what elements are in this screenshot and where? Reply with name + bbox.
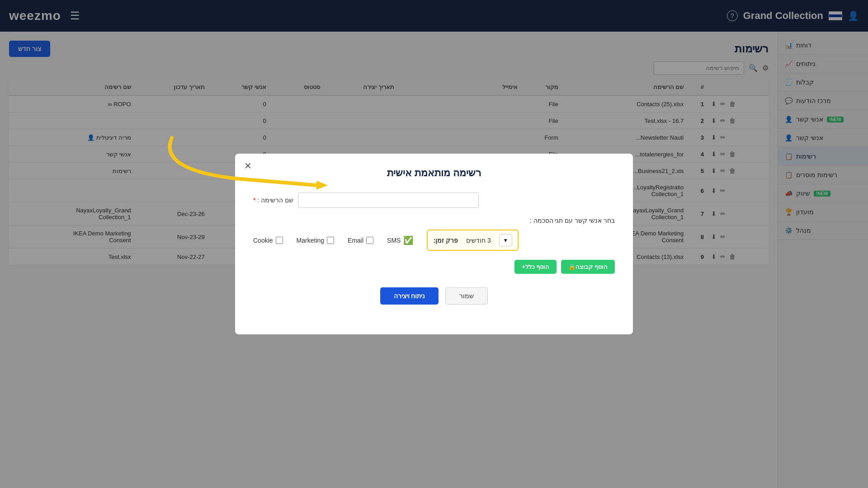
list-name-row: שם הרשימה : * (253, 192, 615, 208)
open-create-button[interactable]: ניתוח ויצירה (380, 287, 439, 305)
modal-title: רשימה מותאמת אישית (253, 167, 615, 179)
marketing-checkbox[interactable] (327, 237, 334, 244)
list-name-label: שם הרשימה : * (253, 197, 293, 204)
time-interval-row: ▾ 3 חודשים פרק זמן: (427, 230, 518, 251)
save-button[interactable]: שמור (445, 287, 488, 305)
cookie-checkbox[interactable] (276, 237, 283, 244)
time-label: פרק זמן: (433, 237, 458, 244)
modal-add-actions: הוסף קבוצה🔒 הוסף כלל+ (253, 260, 615, 274)
consent-checkboxes: ▾ 3 חודשים פרק זמן: ✅ SMS Email Marketin… (253, 230, 615, 251)
modal-footer: שמור ניתוח ויצירה (253, 287, 615, 305)
email-checkbox[interactable] (366, 237, 373, 244)
add-group-button[interactable]: הוסף קבוצה🔒 (561, 260, 615, 274)
consent-section: בחר אנשי קשר עם תגי הסכמה : ▾ 3 חודשים פ… (253, 217, 615, 251)
sms-checked-icon: ✅ (403, 235, 413, 245)
marketing-checkbox-item: Marketing (297, 237, 334, 244)
modal-dialog: ✕ רשימה מותאמת אישית שם הרשימה : * בחר א… (235, 154, 633, 334)
email-label: Email (348, 237, 363, 244)
sms-checkbox-item: ✅ SMS (387, 235, 413, 245)
list-name-input[interactable] (298, 192, 479, 208)
marketing-label: Marketing (297, 237, 324, 244)
modal-close-button[interactable]: ✕ (244, 160, 252, 171)
email-checkbox-item: Email (348, 237, 373, 244)
consent-label: בחר אנשי קשר עם תגי הסכמה : (253, 217, 615, 224)
time-dropdown[interactable]: ▾ (499, 234, 512, 246)
sms-label: SMS (387, 237, 401, 244)
time-value: 3 חודשים (462, 235, 495, 246)
add-all-button[interactable]: הוסף כלל+ (514, 260, 557, 274)
cookie-label: Cookie (253, 237, 273, 244)
cookie-checkbox-item: Cookie (253, 237, 283, 244)
